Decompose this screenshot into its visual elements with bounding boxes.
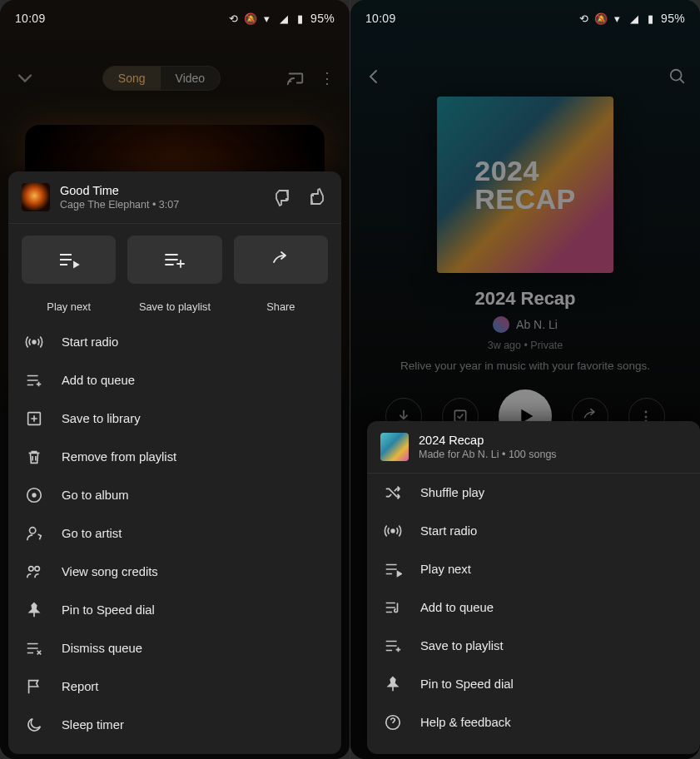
start-radio-item[interactable]: Start radio [8, 323, 341, 361]
menu-label: Pin to Speed dial [62, 603, 155, 617]
menu-label: Start radio [420, 524, 477, 538]
quick-actions: Play next Save to playlist Share [8, 224, 341, 318]
go-album-item[interactable]: Go to album [8, 476, 341, 514]
playlist-bottom-sheet: 2024 Recap Made for Ab N. Li • 100 songs… [367, 421, 700, 754]
share-label: Share [266, 300, 295, 313]
menu-label: Pin to Speed dial [420, 677, 514, 691]
play-next-label: Play next [47, 300, 91, 313]
report-item[interactable]: Report [8, 667, 341, 706]
song-bottom-sheet: Good Time Cage The Elephant • 3:07 Play … [8, 171, 341, 754]
mute-icon: 🔕 [594, 12, 608, 25]
add-queue-item[interactable]: Add to queue [8, 361, 341, 399]
clock: 10:09 [365, 12, 396, 25]
wifi-icon: ▾ [611, 12, 624, 25]
menu-label: Start radio [62, 335, 118, 349]
seg-video[interactable]: Video [161, 67, 221, 90]
remove-playlist-item[interactable]: Remove from playlist [8, 438, 341, 476]
svg-point-0 [32, 340, 36, 344]
help-icon [384, 713, 402, 732]
sheet-subtitle: Made for Ab N. Li • 100 songs [419, 449, 687, 460]
play-next-button[interactable]: Play next [22, 236, 116, 313]
shuffle-play-item[interactable]: Shuffle play [367, 474, 700, 512]
svg-point-4 [30, 528, 36, 533]
save-playlist-item[interactable]: Save to playlist [367, 627, 700, 665]
add-queue-item[interactable]: Add to queue [367, 588, 700, 627]
sheet-header: Good Time Cage The Elephant • 3:07 [8, 171, 341, 224]
track-subtitle: Cage The Elephant • 3:07 [60, 199, 261, 211]
track-title: Good Time [60, 184, 261, 197]
go-artist-item[interactable]: Go to artist [8, 514, 341, 553]
song-video-segmented[interactable]: Song Video [102, 66, 221, 91]
sheet-title: 2024 Recap [419, 434, 687, 447]
pin-speed-dial-item[interactable]: Pin to Speed dial [8, 591, 341, 629]
thumbs-down-icon[interactable] [271, 187, 291, 207]
menu-label: Help & feedback [420, 716, 511, 729]
status-bar: 10:09 ⟲ 🔕 ▾ ◢ ▮ 95% [350, 0, 700, 37]
radio-icon [384, 522, 402, 540]
library-add-icon [25, 409, 43, 428]
song-menu: Start radio Add to queue Save to library… [8, 318, 341, 754]
play-next-item[interactable]: Play next [367, 550, 700, 588]
trash-icon [25, 448, 43, 466]
more-icon[interactable]: ⋮ [320, 69, 336, 87]
menu-label: Dismiss queue [62, 642, 142, 655]
help-feedback-item[interactable]: Help & feedback [367, 703, 700, 742]
menu-label: Add to queue [62, 374, 135, 387]
save-to-playlist-button[interactable]: Save to playlist [127, 236, 221, 313]
battery-percent: 95% [661, 12, 685, 25]
battery-icon: ▮ [644, 12, 658, 25]
signal-icon: ◢ [277, 12, 290, 25]
back-icon[interactable] [364, 67, 384, 87]
view-credits-item[interactable]: View song credits [8, 553, 341, 591]
link-icon: ⟲ [578, 12, 591, 25]
seg-song[interactable]: Song [103, 67, 161, 90]
playlist-title: 2024 Recap [350, 288, 700, 310]
playlist-add-icon [384, 637, 402, 655]
playlist-desc: Relive your year in music with your favo… [350, 360, 700, 372]
dismiss-queue-item[interactable]: Dismiss queue [8, 629, 341, 667]
track-thumb [22, 183, 50, 211]
play-next-icon [384, 560, 402, 578]
playlist-owner[interactable]: Ab N. Li [350, 316, 700, 333]
artist-icon [25, 524, 43, 543]
save-to-playlist-label: Save to playlist [139, 300, 211, 313]
menu-label: Sleep timer [62, 718, 124, 732]
pin-icon [25, 601, 43, 619]
pin-speed-dial-item[interactable]: Pin to Speed dial [367, 665, 700, 703]
dismiss-queue-icon [25, 639, 43, 657]
menu-label: Save to playlist [420, 639, 504, 652]
search-icon[interactable] [668, 67, 687, 86]
playlist-meta: 3w ago • Private [350, 340, 700, 351]
svg-point-5 [29, 567, 34, 572]
share-button[interactable]: Share [234, 236, 328, 313]
thumbs-up-icon[interactable] [308, 187, 328, 207]
sheet-header: 2024 Recap Made for Ab N. Li • 100 songs [367, 421, 700, 474]
clock: 10:09 [15, 12, 46, 25]
moon-icon [25, 716, 43, 734]
flag-icon [25, 677, 43, 696]
owner-name: Ab N. Li [516, 318, 558, 331]
svg-rect-8 [454, 410, 465, 421]
playlist-menu: Shuffle play Start radio Play next Add t… [367, 474, 700, 754]
pin-icon [384, 675, 402, 693]
menu-label: Shuffle play [420, 486, 484, 499]
wifi-icon: ▾ [261, 12, 274, 25]
menu-label: Save to library [62, 412, 141, 425]
album-icon [25, 486, 43, 504]
save-library-item[interactable]: Save to library [8, 399, 341, 438]
start-radio-item[interactable]: Start radio [367, 512, 700, 550]
status-bar: 10:09 ⟲ 🔕 ▾ ◢ ▮ 95% [0, 0, 350, 37]
svg-point-9 [391, 529, 395, 533]
link-icon: ⟲ [227, 12, 241, 25]
svg-point-6 [35, 567, 39, 572]
radio-icon [25, 333, 43, 351]
playlist-cover: 2024RECAP [437, 97, 613, 273]
svg-point-3 [32, 494, 36, 497]
credits-icon [25, 563, 43, 581]
sleep-timer-item[interactable]: Sleep timer [8, 706, 341, 744]
menu-label: Play next [420, 563, 471, 576]
menu-label: View song credits [62, 565, 158, 578]
cast-icon[interactable] [286, 69, 305, 87]
collapse-chevron-icon[interactable] [13, 67, 37, 90]
mute-icon: 🔕 [244, 12, 257, 25]
